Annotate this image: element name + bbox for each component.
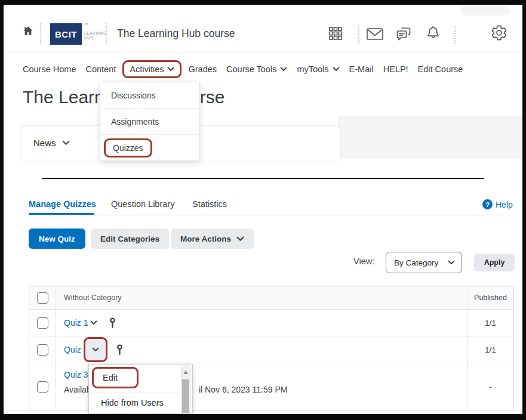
nav-help[interactable]: HELP! xyxy=(383,64,408,74)
nav-course-tools[interactable]: Course Tools xyxy=(226,64,287,74)
nav-edit-course[interactable]: Edit Course xyxy=(418,64,463,74)
more-actions-button[interactable]: More Actions xyxy=(171,228,254,249)
nav-grades[interactable]: Grades xyxy=(188,64,217,74)
chevron-down-icon xyxy=(333,67,340,72)
scroll-up-arrow-icon[interactable] xyxy=(183,370,188,374)
apps-grid-icon[interactable] xyxy=(328,26,343,41)
chevron-down-icon xyxy=(167,67,174,72)
key-restriction-icon xyxy=(116,344,124,356)
chevron-down-icon xyxy=(448,260,455,265)
view-label: View: xyxy=(353,257,374,266)
context-menu-scrollbar[interactable] xyxy=(181,366,190,413)
table-row-quiz1: Quiz 1 1/1 xyxy=(29,310,513,336)
divider xyxy=(106,23,107,44)
nav-mytools[interactable]: myTools xyxy=(297,64,339,74)
quiz3-availability-text-left: Availab xyxy=(64,385,91,394)
logo-subtitle-line2: HUB xyxy=(84,36,107,41)
bcit-logo-text: BCIT xyxy=(55,29,77,39)
lms-quizzes-screenshot: BCIT TM LEARNING HUB The Learning Hub co… xyxy=(0,0,526,420)
news-widget-header[interactable]: News xyxy=(33,138,70,148)
course-navbar: Course Home Content Activities Grades Co… xyxy=(23,58,463,80)
row-checkbox[interactable] xyxy=(37,381,48,393)
chat-icon[interactable] xyxy=(395,26,412,42)
logo-subtitle-line1: LEARNING xyxy=(84,31,107,36)
row-checkbox[interactable] xyxy=(37,344,48,356)
tab-question-library[interactable]: Question Library xyxy=(111,199,174,209)
divider xyxy=(454,26,456,44)
context-menu-item-edit[interactable]: Edit xyxy=(92,367,139,388)
select-all-checkbox[interactable] xyxy=(37,292,48,304)
quiz-actions-context-menu: Edit Hide from Users xyxy=(88,364,193,414)
homepage-background-panel xyxy=(338,116,522,159)
key-restriction-icon xyxy=(109,317,116,329)
published-header: Published xyxy=(467,286,513,309)
chevron-down-icon xyxy=(280,67,287,72)
divider xyxy=(40,23,41,44)
tab-manage-quizzes[interactable]: Manage Quizzes xyxy=(29,199,96,209)
bcit-logo[interactable]: BCIT xyxy=(50,23,82,45)
chevron-down-icon xyxy=(92,347,99,352)
row-checkbox[interactable] xyxy=(37,317,48,329)
news-label: News xyxy=(33,138,56,148)
divider xyxy=(358,26,359,44)
scrollbar-thumb[interactable] xyxy=(182,379,189,413)
quizzes-annotation: Quizzes xyxy=(104,138,152,158)
table-row-quiz2: Quiz 2 1/1 xyxy=(29,336,513,363)
category-header: Without Category xyxy=(56,294,122,302)
table-header-row: Without Category Published xyxy=(29,286,513,310)
quiz3-link[interactable]: Quiz 3 xyxy=(64,370,88,379)
alerts-bell-icon[interactable] xyxy=(425,24,441,41)
topbar-divider xyxy=(0,52,526,53)
edit-categories-button[interactable]: Edit Categories xyxy=(91,228,169,249)
email-icon[interactable] xyxy=(366,27,384,41)
quiz2-published-count: 1/1 xyxy=(467,336,513,363)
settings-gear-icon[interactable] xyxy=(491,24,507,41)
quiz2-actions-dropdown-button[interactable] xyxy=(84,337,107,362)
quiz1-published-count: 1/1 xyxy=(467,310,513,336)
context-menu-item-hide-from-users[interactable]: Hide from Users xyxy=(101,398,164,407)
apply-button[interactable]: Apply xyxy=(474,254,515,271)
chevron-down-icon xyxy=(236,236,244,242)
view-select[interactable]: By Category xyxy=(386,252,462,273)
topbar-course-title: The Learning Hub course xyxy=(117,27,235,40)
tab-statistics[interactable]: Statistics xyxy=(192,199,227,209)
cropped-user-area xyxy=(460,6,510,16)
nav-email[interactable]: E-Mail xyxy=(349,64,374,74)
new-quiz-button[interactable]: New Quiz xyxy=(29,228,85,249)
help-link[interactable]: Help xyxy=(496,200,513,209)
quiz3-published-count: - xyxy=(467,363,513,410)
nav-content[interactable]: Content xyxy=(85,64,116,74)
menu-item-assignments[interactable]: Assignments xyxy=(100,109,199,135)
section-divider-line xyxy=(42,178,484,179)
activities-dropdown-menu: Discussions Assignments Quizzes xyxy=(100,82,200,161)
menu-item-quizzes[interactable]: Quizzes xyxy=(100,135,199,160)
help-icon[interactable]: ? xyxy=(482,199,493,209)
home-icon[interactable] xyxy=(21,24,35,38)
nav-activities[interactable]: Activities xyxy=(122,60,182,78)
chevron-down-icon xyxy=(62,140,70,146)
quiz1-link[interactable]: Quiz 1 xyxy=(64,318,88,328)
logo-subtitle: LEARNING HUB xyxy=(84,31,107,41)
menu-divider xyxy=(89,393,180,393)
view-select-value: By Category xyxy=(394,258,438,267)
tabs-divider xyxy=(21,215,510,215)
quiz1-actions-chevron-icon[interactable] xyxy=(90,320,97,325)
quiz3-availability-text-right: il Nov 6, 2023 11:59 PM xyxy=(199,385,287,394)
logo-trademark: TM xyxy=(83,22,88,26)
nav-course-home[interactable]: Course Home xyxy=(23,64,76,74)
menu-item-discussions[interactable]: Discussions xyxy=(100,82,199,109)
